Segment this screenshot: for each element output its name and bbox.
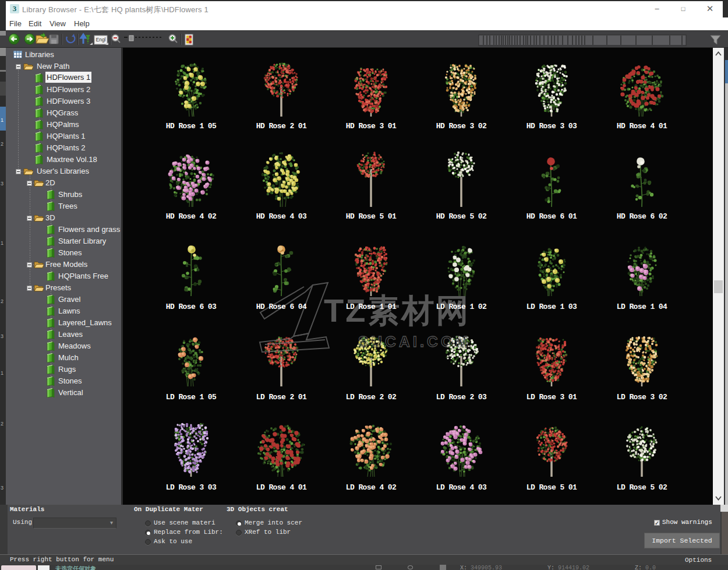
svg-text:Engl: Engl xyxy=(96,37,106,43)
svg-text:SUCAI.COM: SUCAI.COM xyxy=(358,333,471,350)
